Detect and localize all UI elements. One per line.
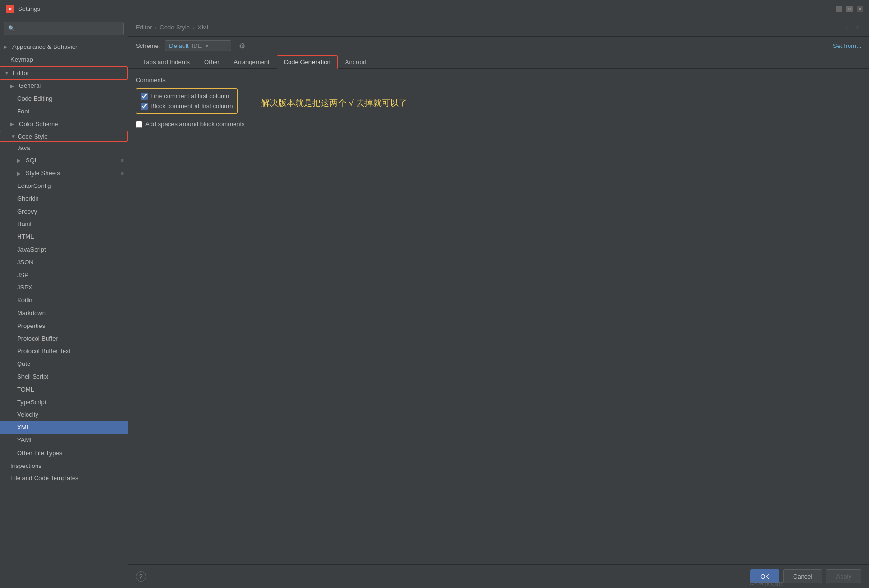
sidebar-item-shell-script[interactable]: Shell Script [0, 371, 128, 383]
nav-arrows: ‹ › [843, 22, 861, 32]
sidebar-item-label: JSPX [17, 283, 33, 293]
search-input[interactable] [17, 25, 120, 32]
sidebar-item-font[interactable]: Font [0, 105, 128, 118]
search-box[interactable]: 🔍 [4, 22, 124, 35]
sidebar-item-jspx[interactable]: JSPX [0, 281, 128, 294]
expand-arrow-icon: ▼ [11, 134, 18, 139]
nav-back-button[interactable]: ‹ [843, 22, 851, 32]
sidebar-item-haml[interactable]: Haml [0, 218, 128, 231]
sidebar-item-other-file-types[interactable]: Other File Types [0, 447, 128, 460]
minimize-button[interactable]: ─ [836, 6, 842, 12]
sidebar-item-label: Java [17, 143, 30, 153]
sidebar-item-color-scheme[interactable]: ▶ Color Scheme [0, 118, 128, 131]
maximize-button[interactable]: □ [846, 6, 853, 12]
sidebar-item-javascript[interactable]: JavaScript [0, 243, 128, 256]
breadcrumb-code-style: Code Style [159, 24, 190, 31]
set-from-link[interactable]: Set from... [833, 42, 861, 49]
breadcrumb-xml: XML [197, 24, 210, 31]
tabs-bar: Tabs and Indents Other Arrangement Code … [128, 55, 869, 69]
expand-arrow-icon: ▼ [4, 69, 11, 77]
sidebar-item-inspections[interactable]: Inspections ≡ [0, 460, 128, 473]
sidebar-item-label: Gherkin [17, 194, 39, 204]
scheme-value: Default [169, 42, 188, 49]
close-button[interactable]: ✕ [857, 6, 863, 12]
scheme-ide-label: IDE [192, 42, 202, 49]
expand-arrow-icon: ▶ [17, 170, 24, 177]
sidebar-item-label: Code Editing [17, 94, 52, 104]
sidebar-item-style-sheets[interactable]: ▶ Style Sheets ≡ [0, 167, 128, 180]
apply-button[interactable]: Apply [826, 569, 861, 583]
expand-arrow-icon: ▶ [17, 157, 24, 165]
nav-forward-button[interactable]: › [853, 22, 861, 32]
sidebar-item-qute[interactable]: Qute [0, 358, 128, 371]
sidebar-item-editorconfig[interactable]: EditorConfig [0, 180, 128, 193]
sidebar-item-yaml[interactable]: YAML [0, 434, 128, 447]
sidebar-item-label: YAML [17, 436, 33, 446]
sidebar-item-java[interactable]: Java [0, 142, 128, 155]
sidebar-item-jsp[interactable]: JSP [0, 269, 128, 282]
sidebar-item-label: Qute [17, 359, 30, 369]
sidebar-item-properties[interactable]: Properties [0, 320, 128, 333]
sidebar-item-sql[interactable]: ▶ SQL ≡ [0, 154, 128, 167]
sidebar-item-json[interactable]: JSON [0, 256, 128, 269]
expand-arrow-icon: ▶ [10, 121, 17, 128]
line-comment-option: Line comment at first column [141, 93, 233, 100]
sidebar-item-html[interactable]: HTML [0, 231, 128, 243]
main-panel: Editor › Code Style › XML ‹ › Scheme: De… [128, 18, 869, 588]
expand-arrow-icon: ▶ [10, 83, 17, 90]
sidebar-item-velocity[interactable]: Velocity [0, 409, 128, 421]
add-spaces-label: Add spaces around block comments [145, 121, 245, 128]
tab-tabs-and-indents[interactable]: Tabs and Indents [136, 55, 197, 69]
sidebar-item-groovy[interactable]: Groovy [0, 205, 128, 218]
scheme-label: Scheme: [136, 42, 160, 49]
breadcrumb-sep-icon: › [155, 24, 157, 31]
tab-arrangement[interactable]: Arrangement [227, 55, 277, 69]
window-title: Settings [18, 5, 836, 12]
sidebar-item-gherkin[interactable]: Gherkin [0, 193, 128, 205]
sidebar-item-keymap[interactable]: Keymap [0, 54, 128, 66]
block-comment-option: Block comment at first column [141, 103, 233, 110]
block-comment-checkbox[interactable] [141, 103, 148, 110]
sidebar-item-editor[interactable]: ▼ Editor [0, 66, 128, 80]
sidebar-item-kotlin[interactable]: Kotlin [0, 294, 128, 307]
sidebar-item-label: Color Scheme [19, 120, 58, 130]
sidebar-item-markdown[interactable]: Markdown [0, 307, 128, 320]
sidebar-item-label: SQL [26, 156, 38, 166]
help-button[interactable]: ? [136, 571, 146, 582]
titlebar: ⚙ Settings ─ □ ✕ [0, 0, 869, 18]
sidebar-item-file-and-code-templates[interactable]: File and Code Templates [0, 472, 128, 485]
sidebar-item-protocol-buffer[interactable]: Protocol Buffer [0, 333, 128, 345]
scroll-indicator-icon: ≡ [121, 157, 124, 165]
breadcrumb-sep-icon: › [193, 24, 195, 31]
tab-android[interactable]: Android [338, 55, 374, 69]
tab-code-generation[interactable]: Code Generation [277, 55, 338, 69]
scheme-dropdown[interactable]: Default IDE ▼ [165, 40, 231, 51]
sidebar-item-typescript[interactable]: TypeScript [0, 396, 128, 409]
sidebar-item-label: Groovy [17, 207, 37, 217]
sidebar-item-protocol-buffer-text[interactable]: Protocol Buffer Text [0, 345, 128, 358]
line-comment-checkbox[interactable] [141, 93, 148, 100]
sidebar-item-label: TypeScript [17, 398, 46, 408]
csdn-watermark: CSDN @太自由 [750, 580, 784, 587]
sidebar-item-label: Keymap [10, 55, 33, 65]
scheme-gear-button[interactable]: ⚙ [236, 40, 248, 51]
add-spaces-checkbox[interactable] [136, 121, 142, 128]
svg-text:⚙: ⚙ [9, 7, 12, 11]
tab-other[interactable]: Other [197, 55, 227, 69]
sidebar-item-label: Protocol Buffer [17, 334, 58, 344]
sidebar-item-xml[interactable]: XML [0, 421, 128, 434]
sidebar-item-label: Inspections [10, 461, 42, 471]
sidebar-item-label: Editor [13, 68, 29, 78]
sidebar-item-label: TOML [17, 385, 34, 395]
sidebar-item-general[interactable]: ▶ General [0, 80, 128, 93]
sidebar-item-code-style[interactable]: ▼ Code Style [0, 131, 128, 142]
sidebar-item-code-editing[interactable]: Code Editing [0, 93, 128, 105]
cancel-button[interactable]: Cancel [783, 569, 822, 583]
sidebar-item-toml[interactable]: TOML [0, 383, 128, 396]
settings-window: ⚙ Settings ─ □ ✕ 🔍 ▶ Appearance & Behavi… [0, 0, 869, 588]
window-controls: ─ □ ✕ [836, 6, 863, 12]
search-icon: 🔍 [8, 25, 15, 32]
sidebar-item-appearance[interactable]: ▶ Appearance & Behavior [0, 41, 128, 54]
sidebar-item-label: JSP [17, 271, 28, 280]
sidebar-item-label: XML [17, 423, 30, 433]
